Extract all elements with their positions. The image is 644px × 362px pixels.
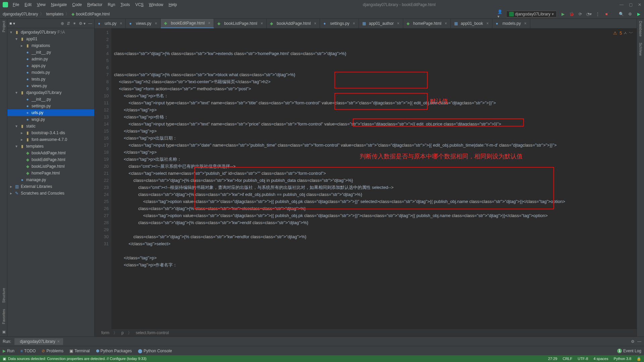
tree-item[interactable]: ▸✎Scratches and Consoles [7,190,94,197]
editor-tab[interactable]: ◆bookAddPage.html× [267,19,320,28]
tree-item[interactable]: ▸▮migrations [7,42,94,49]
breadcrumb-folder[interactable]: templates [46,12,63,16]
tree-item[interactable]: ◆bookListPage.html [7,163,94,170]
editor-tab[interactable]: ▦app01_book× [451,19,492,28]
caret-position[interactable]: 27:29 [548,357,557,361]
profile-button[interactable]: ◔▾ [586,11,592,17]
crumb-p[interactable]: p [121,330,124,335]
menu-tools[interactable]: Tools [118,1,132,8]
editor-tab[interactable]: ●settings.py× [320,19,359,28]
status-hint-icon[interactable]: ▣ [3,357,6,361]
editor-tab[interactable]: ●urls.py× [95,19,126,28]
tree-item[interactable]: ◆bookAddPage.html [7,150,94,156]
tree-item[interactable]: ▾▮static [7,123,94,130]
editor-tab[interactable]: ◆bookEditPage.html× [161,19,214,28]
python-packages-tool-button[interactable]: ⬢Python Packages [96,349,132,353]
run-button[interactable]: ▶ [560,11,566,17]
tree-item[interactable]: ▾▮djangoday07LibraryF:\A [7,29,94,36]
tree-item[interactable]: ●wsgi.py [7,116,94,123]
run-tab[interactable]: djangoday07Library × [14,338,63,345]
code-content[interactable]: ⚠ 5 ㅅ ﹀ class=class="str">"djtag">{% cla… [111,28,637,329]
tree-item[interactable]: ▸▥External Libraries [7,183,94,190]
menu-window[interactable]: Window [147,1,165,8]
tree-item[interactable]: ●models.py [7,69,94,76]
tree-item[interactable]: ▾▮templates [7,143,94,150]
menu-code[interactable]: Code [70,1,84,8]
menu-file[interactable]: File [11,1,21,8]
minimize-button[interactable]: — [620,2,624,7]
tree-item[interactable]: ●urls.py [7,109,94,116]
menu-view[interactable]: View [35,1,48,8]
breadcrumb-file[interactable]: ◆bookEditPage.html [71,12,110,16]
todo-tool-button[interactable]: ≡TODO [20,349,36,353]
tree-item[interactable]: ●__init__.py [7,96,94,103]
tree-item[interactable]: ▾▮djangoday07Library [7,89,94,96]
menu-edit[interactable]: Edit [22,1,34,8]
editor-tab[interactable]: ▦app01_author× [359,19,403,28]
coverage-button[interactable]: ⟳ [578,11,583,17]
status-message[interactable]: Data sources detected: Connection proper… [8,357,147,361]
rail-structure[interactable]: Structure [2,288,6,303]
rail-build[interactable]: ▣ [1,330,6,334]
run-hide-icon[interactable]: — [637,339,641,344]
hide-panel-icon[interactable]: — [88,21,92,26]
terminal-tool-button[interactable]: ▣Terminal [69,349,90,353]
editor-tab[interactable]: ●views.py× [126,19,161,28]
run-settings-icon[interactable]: ⚙ [631,339,635,344]
code-editor[interactable]: 1234567891011121314151617181920212223242… [95,28,637,329]
python-interpreter[interactable]: Python 3.8 [613,357,631,361]
crumb-form[interactable]: form [101,330,109,335]
menu-navigate[interactable]: Navigate [49,1,69,8]
expand-icon[interactable]: ⇵ [67,21,70,26]
settings-icon[interactable]: ⚙ [627,11,633,17]
settings-wheel-icon[interactable]: ⚙ ▾ [79,21,86,26]
rail-database[interactable]: Database [639,21,643,37]
menu-help[interactable]: Help [167,1,179,8]
tree-item[interactable]: ●views.py [7,83,94,89]
stop-button[interactable]: ■ [604,11,609,17]
tree-item[interactable]: ▾▮app01 [7,36,94,42]
tree-item[interactable]: ●manage.py [7,176,94,183]
editor-tab[interactable]: ◆bookListPage.html× [214,19,267,28]
debug-button[interactable]: 🐞 [569,11,574,17]
cwm-icon[interactable]: ▶ [636,11,641,17]
project-view-selector[interactable]: ■ ▾ [9,21,15,26]
tree-item[interactable]: ●admin.py [7,56,94,62]
crumb-select[interactable]: select.form-control [136,330,169,335]
menu-refactor[interactable]: Refactor [85,1,104,8]
python-console-tool-button[interactable]: ⬤Python Console [138,349,172,353]
problems-tool-button[interactable]: ⊘Problems [42,349,63,353]
project-tree[interactable]: ▾▮djangoday07LibraryF:\A▾▮app01▸▮migrati… [7,28,94,337]
editor-tab[interactable]: ●models.py× [492,19,530,28]
editor-tab[interactable]: ◆homePage.html× [403,19,451,28]
user-icon[interactable]: 👤▾ [497,11,503,17]
indent-setting[interactable]: 4 spaces [593,357,608,361]
rail-favorites[interactable]: Favorites [2,309,6,324]
tree-item[interactable]: ●tests.py [7,76,94,83]
tree-item[interactable]: ▸▮font-awesome-4.7.0 [7,136,94,143]
readonly-lock-icon[interactable]: 🔒 [637,357,641,361]
locate-icon[interactable]: ⊕ [61,21,64,26]
search-everywhere-icon[interactable]: 🔍 [619,11,624,17]
close-button[interactable]: ✕ [638,2,641,7]
inspection-widget[interactable]: ⚠ 5 ㅅ ﹀ [613,30,633,37]
tree-item[interactable]: ●apps.py [7,62,94,69]
menu-vcs[interactable]: VCS [133,1,146,8]
line-separator[interactable]: CRLF [562,357,572,361]
maximize-button[interactable]: ▢ [629,2,633,7]
event-log-button[interactable]: 1 Event Log [617,349,641,353]
run-config-selector[interactable]: djangoday07Library ▾ [506,11,557,17]
breadcrumb-root[interactable]: djangoday07Library [3,12,38,16]
menu-run[interactable]: Run [106,1,117,8]
tree-item[interactable]: ◆bookEditPage.html [7,156,94,163]
rail-project[interactable]: Project [2,21,6,32]
tree-item[interactable]: ◆homePage.html [7,170,94,176]
file-encoding[interactable]: UTF-8 [578,357,588,361]
collapse-icon[interactable]: ✶ [73,21,76,26]
attach-button[interactable]: ⋮ [595,11,600,17]
tree-item[interactable]: ●__init__.py [7,49,94,56]
run-tool-button[interactable]: ▶Run [3,349,14,353]
rail-sciview[interactable]: SciView [639,43,643,56]
tree-item[interactable]: ●settings.py [7,103,94,109]
tree-item[interactable]: ▸▮bootstrap-3.4.1-dis [7,130,94,136]
